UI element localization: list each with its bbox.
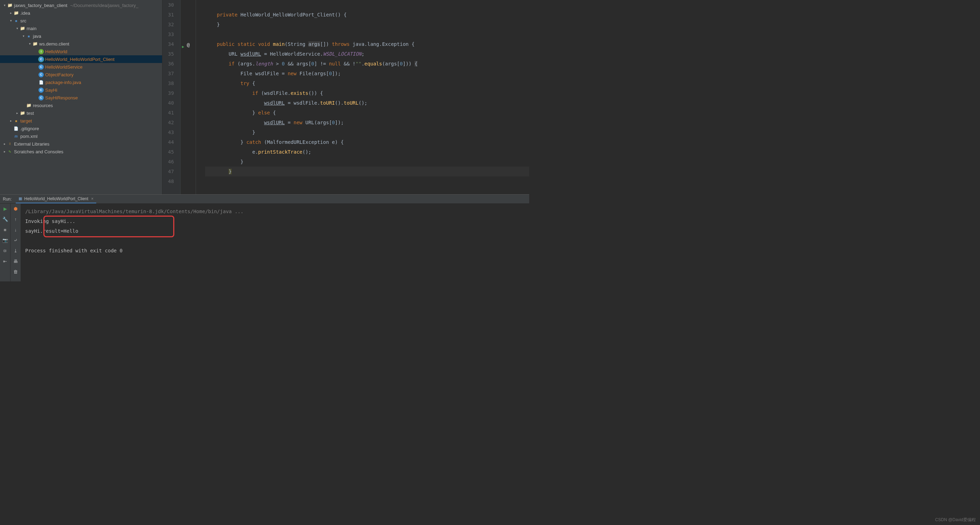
tree-label: jaxws_factory_bean_client [14,3,67,8]
tree-label: HelloWorldService [45,64,83,70]
tree-item[interactable]: CObjectFactory [0,71,162,78]
code-line[interactable]: } [205,167,529,177]
expand-arrow-icon[interactable] [8,11,13,15]
folder-icon [32,41,38,46]
code-line[interactable]: if (args.length > 0 && args[0] != null &… [205,59,529,68]
tree-label: java [33,33,41,39]
code-line[interactable]: } [205,20,529,29]
scroll-to-end-icon[interactable]: ⤓ [13,248,19,253]
breakpoints-icon[interactable]: ⬢ [13,206,19,212]
source-folder-icon: ■ [13,18,19,24]
tree-item[interactable]: ⫴External Libraries [0,140,162,148]
code-line[interactable]: File wsdlFile = new File(args[0]); [205,68,529,78]
tree-item[interactable]: ws.demo.client [0,40,162,48]
exit-icon[interactable]: ⇤ [2,258,8,264]
tree-item[interactable]: ■target [0,117,162,125]
scratch-icon: ✎ [7,149,13,154]
code-line[interactable]: private HelloWorld_HelloWorldPort_Client… [205,10,529,20]
trash-icon[interactable]: 🗑 [13,269,19,274]
tree-item[interactable]: jaxws_factory_bean_client~/Documents/ide… [0,2,162,9]
tree-item[interactable]: ■java [0,32,162,40]
close-icon[interactable]: × [91,196,94,201]
code-line[interactable] [205,0,529,10]
tree-item[interactable]: 📄.gitignore [0,125,162,132]
tree-item[interactable]: main [0,24,162,32]
tree-item[interactable]: CSayHi [0,86,162,94]
code-line[interactable]: wsdlURL = new URL(args[0]); [205,118,529,127]
tree-item[interactable]: resources [0,102,162,109]
expand-arrow-icon[interactable] [8,19,13,22]
code-line[interactable]: public static void main(String args[]) t… [205,39,529,49]
code-line[interactable]: } [205,157,529,167]
print-icon[interactable]: 🖶 [13,258,19,264]
expand-arrow-icon[interactable] [27,42,32,46]
run-gutter-icon[interactable]: ▶ [182,42,185,52]
tree-label: SayHi [45,88,57,93]
expand-arrow-icon[interactable] [2,150,7,153]
tree-label: main [27,26,37,31]
class-icon: C [38,88,44,93]
code-line[interactable] [205,177,529,186]
run-tab[interactable]: ▦ HelloWorld_HelloWorldPort_Client × [16,195,96,204]
run-tab-name: HelloWorld_HelloWorldPort_Client [24,196,88,201]
code-line[interactable]: wsdlURL = wsdlFile.toURI().toURL(); [205,98,529,108]
run-label: Run: [3,197,11,202]
run-config-icon: ▦ [19,196,22,201]
expand-arrow-icon[interactable] [8,119,13,123]
bug-icon[interactable]: ⛭ [2,248,8,253]
folder-icon [20,25,25,31]
source-folder-icon: ■ [26,33,32,39]
folder-icon [20,110,25,116]
expand-arrow-icon[interactable] [21,34,26,38]
up-arrow-icon[interactable]: ↑ [13,216,19,222]
maven-icon: m [13,134,19,139]
stop-icon[interactable]: ■ [2,227,8,232]
console-line: /Library/Java/JavaVirtualMachines/temuri… [25,207,525,216]
code-line[interactable] [205,29,529,39]
class-icon: C [38,57,44,62]
tree-item[interactable]: IHelloWorld [0,48,162,55]
console-line [25,236,525,246]
tree-item[interactable]: test [0,109,162,117]
tree-item[interactable]: 📄package-info.java [0,78,162,86]
camera-icon[interactable]: 📷 [2,237,8,243]
code-line[interactable]: if (wsdlFile.exists()) { [205,88,529,98]
fold-column[interactable] [190,0,196,194]
code-line[interactable]: } catch (MalformedURLException e) { [205,137,529,147]
rerun-icon[interactable]: ▶ [2,206,8,212]
tree-label: pom.xml [20,134,37,139]
file-icon: 📄 [13,126,19,131]
down-arrow-icon[interactable]: ↓ [13,227,19,232]
tree-item[interactable]: CSayHiResponse [0,94,162,102]
code-line[interactable]: e.printStackTrace(); [205,147,529,157]
tree-item[interactable]: CHelloWorld_HelloWorldPort_Client [0,55,162,63]
tree-item[interactable]: CHelloWorldService [0,63,162,71]
code-line[interactable]: URL wsdlURL = HelloWorldService.WSDL_LOC… [205,49,529,59]
expand-arrow-icon[interactable] [2,142,7,146]
expand-arrow-icon[interactable] [15,111,20,115]
editor-area[interactable]: 30313233343536373839404142434445464748 ▶… [162,0,529,194]
expand-arrow-icon[interactable] [15,27,20,30]
interface-icon: I [38,49,44,54]
tree-label: test [27,111,34,116]
console-line: Invoking sayHi... [25,216,525,226]
soft-wrap-icon[interactable]: ⤶ [13,237,19,243]
wrench-icon[interactable]: 🔧 [2,216,8,222]
tree-item[interactable]: .idea [0,9,162,17]
tree-label: ObjectFactory [45,72,73,77]
console-line: Process finished with exit code 0 [25,246,525,256]
tree-item[interactable]: ✎Scratches and Consoles [0,148,162,155]
code-line[interactable]: try { [205,78,529,88]
folder-icon [26,103,32,108]
expand-arrow-icon[interactable] [2,3,7,7]
code-line[interactable]: } else { [205,108,529,118]
tree-item[interactable]: mpom.xml [0,132,162,140]
gutter-marks[interactable]: ▶@ [181,0,190,194]
tree-item[interactable]: ■src [0,17,162,24]
override-gutter-icon[interactable]: @ [187,40,190,50]
target-folder-icon: ■ [13,118,19,124]
code-content[interactable]: private HelloWorld_HelloWorldPort_Client… [196,0,529,194]
project-tree-panel[interactable]: jaxws_factory_bean_client~/Documents/ide… [0,0,162,194]
code-line[interactable]: } [205,127,529,137]
console-output[interactable]: /Library/Java/JavaVirtualMachines/temuri… [21,204,529,282]
